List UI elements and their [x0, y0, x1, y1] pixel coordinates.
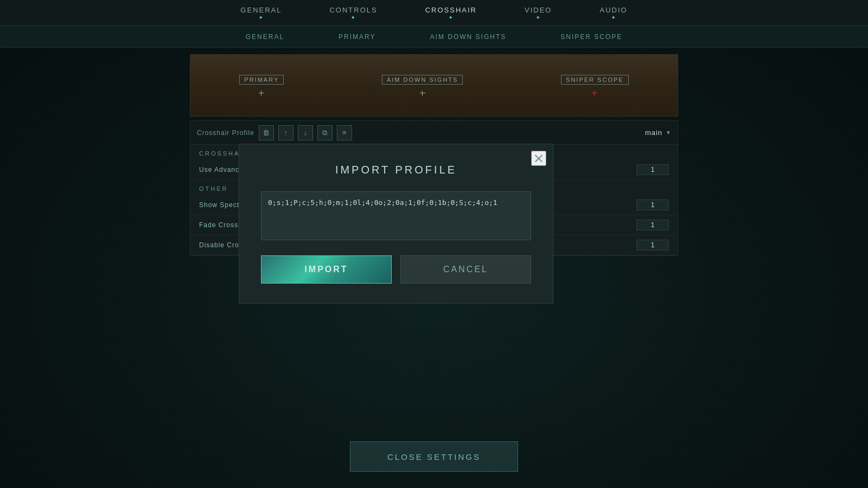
- nav-item-controls[interactable]: CONTROLS: [327, 6, 379, 20]
- crosshair-h-line: [259, 93, 264, 93]
- crosshair-preview: PRIMARY AIM DOWN SIGHTS SNIPER SCOPE: [190, 54, 678, 117]
- modal-buttons: IMPORT CANCEL: [261, 255, 531, 284]
- chevron-down-icon: ▼: [666, 130, 671, 136]
- crosshair-aim-h: [420, 93, 425, 93]
- import-button[interactable]: IMPORT: [261, 255, 392, 284]
- top-nav: GENERAL CONTROLS CROSSHAIR VIDEO AUDIO: [0, 0, 868, 26]
- preview-aim-down-label: AIM DOWN SIGHTS: [382, 75, 463, 85]
- modal-title: IMPORT PROFILE: [261, 164, 531, 176]
- crosshair-dot-primary: [258, 90, 265, 97]
- preview-sniper: SNIPER SCOPE: [561, 75, 629, 97]
- preview-primary-label: PRIMARY: [239, 75, 284, 85]
- close-settings-button[interactable]: CLOSE SETTINGS: [350, 441, 518, 472]
- close-icon: [533, 153, 544, 164]
- import-profile-modal: IMPORT PROFILE 0;s;1;P;c;5;h;0;m;1;0l;4;…: [239, 144, 553, 304]
- profile-export-btn[interactable]: ↑: [278, 125, 293, 140]
- crosshair-sniper-v: [594, 91, 595, 96]
- subnav-aim-down-sights[interactable]: AIM DOWN SIGHTS: [430, 33, 507, 41]
- cancel-button[interactable]: CANCEL: [400, 255, 531, 284]
- profile-delete-btn[interactable]: 🗑: [259, 125, 274, 140]
- setting-fade-value[interactable]: 1: [636, 220, 669, 230]
- profile-share-btn[interactable]: ≡: [337, 125, 352, 140]
- crosshair-sniper-h: [592, 93, 597, 93]
- nav-item-video[interactable]: VIDEO: [522, 6, 554, 20]
- sub-nav: GENERAL PRIMARY AIM DOWN SIGHTS SNIPER S…: [0, 26, 868, 48]
- nav-item-general[interactable]: GENERAL: [238, 6, 284, 20]
- setting-spectated-value[interactable]: 1: [636, 200, 669, 210]
- crosshair-v-line: [261, 91, 261, 96]
- nav-item-crosshair[interactable]: CROSSHAIR: [423, 6, 479, 20]
- profile-import-btn[interactable]: ↓: [298, 125, 313, 140]
- setting-disable-value[interactable]: 1: [636, 240, 669, 251]
- profile-name: main: [645, 129, 662, 137]
- preview-primary: PRIMARY: [239, 75, 284, 97]
- crosshair-dot-sniper: [591, 90, 598, 97]
- preview-sniper-label: SNIPER SCOPE: [561, 75, 629, 85]
- profile-name-area: main ▼: [645, 129, 671, 137]
- nav-item-audio[interactable]: AUDIO: [597, 6, 629, 20]
- setting-advanced-value[interactable]: 1: [636, 164, 669, 175]
- crosshair-aim-v: [422, 91, 423, 96]
- subnav-general[interactable]: GENERAL: [246, 33, 284, 41]
- subnav-primary[interactable]: PRIMARY: [339, 33, 375, 41]
- preview-aim-down: AIM DOWN SIGHTS: [382, 75, 463, 97]
- profile-bar: Crosshair Profile 🗑 ↑ ↓ ⧉ ≡ main ▼: [190, 121, 678, 145]
- subnav-sniper-scope[interactable]: SNIPER SCOPE: [560, 33, 622, 41]
- profile-copy-btn[interactable]: ⧉: [317, 125, 333, 140]
- profile-label: Crosshair Profile: [197, 129, 254, 137]
- import-code-input[interactable]: 0;s;1;P;c;5;h;0;m;1;0l;4;0o;2;0a;1;0f;0;…: [261, 191, 531, 240]
- modal-close-button[interactable]: [531, 151, 546, 166]
- crosshair-dot-aim: [419, 90, 426, 97]
